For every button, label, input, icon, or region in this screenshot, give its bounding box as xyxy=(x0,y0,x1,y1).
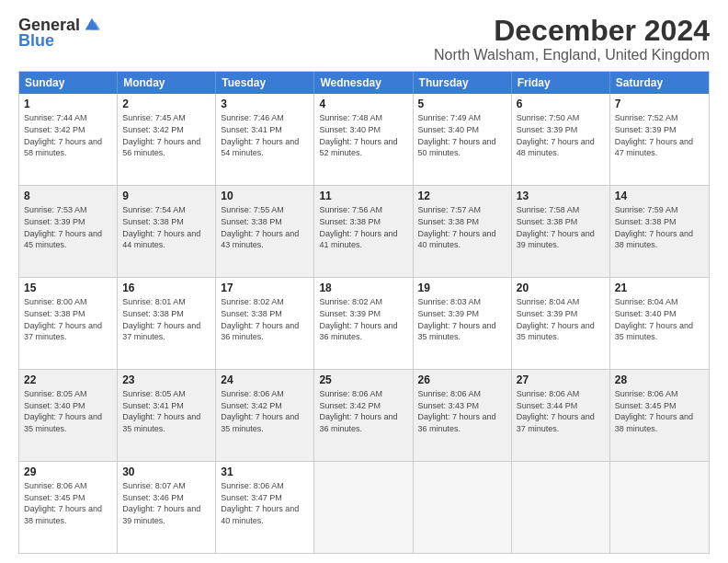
calendar-cell: 30Sunrise: 8:07 AMSunset: 3:46 PMDayligh… xyxy=(118,462,216,553)
cell-info: Sunrise: 7:57 AMSunset: 3:38 PMDaylight:… xyxy=(418,204,506,250)
calendar-cell: 14Sunrise: 7:59 AMSunset: 3:38 PMDayligh… xyxy=(610,186,709,277)
calendar-cell: 21Sunrise: 8:04 AMSunset: 3:40 PMDayligh… xyxy=(610,278,709,369)
calendar-cell: 23Sunrise: 8:05 AMSunset: 3:41 PMDayligh… xyxy=(118,370,216,461)
day-number: 30 xyxy=(122,465,210,479)
day-number: 4 xyxy=(319,97,407,111)
cell-info: Sunrise: 7:50 AMSunset: 3:39 PMDaylight:… xyxy=(517,112,605,158)
day-number: 3 xyxy=(221,97,309,111)
day-number: 2 xyxy=(122,97,210,111)
calendar-cell: 1Sunrise: 7:44 AMSunset: 3:42 PMDaylight… xyxy=(19,94,118,185)
cell-info: Sunrise: 8:02 AMSunset: 3:39 PMDaylight:… xyxy=(319,296,407,342)
logo: General Blue xyxy=(18,15,102,51)
calendar-cell xyxy=(414,462,512,553)
cell-info: Sunrise: 7:56 AMSunset: 3:38 PMDaylight:… xyxy=(319,204,407,250)
cell-info: Sunrise: 8:06 AMSunset: 3:43 PMDaylight:… xyxy=(418,388,506,434)
cell-info: Sunrise: 7:44 AMSunset: 3:42 PMDaylight:… xyxy=(24,112,112,158)
cell-info: Sunrise: 8:02 AMSunset: 3:38 PMDaylight:… xyxy=(221,296,309,342)
day-number: 28 xyxy=(615,373,704,387)
day-number: 8 xyxy=(24,189,112,203)
day-number: 20 xyxy=(517,281,605,295)
cell-info: Sunrise: 7:52 AMSunset: 3:39 PMDaylight:… xyxy=(615,112,704,158)
cell-info: Sunrise: 7:59 AMSunset: 3:38 PMDaylight:… xyxy=(615,204,704,250)
calendar-cell: 31Sunrise: 8:06 AMSunset: 3:47 PMDayligh… xyxy=(216,462,314,553)
calendar-subtitle: North Walsham, England, United Kingdom xyxy=(434,47,710,63)
day-number: 12 xyxy=(418,189,506,203)
cell-info: Sunrise: 7:55 AMSunset: 3:38 PMDaylight:… xyxy=(221,204,309,250)
day-number: 27 xyxy=(517,373,605,387)
day-number: 19 xyxy=(418,281,506,295)
calendar-row-4: 22Sunrise: 8:05 AMSunset: 3:40 PMDayligh… xyxy=(19,369,709,461)
calendar-cell: 28Sunrise: 8:06 AMSunset: 3:45 PMDayligh… xyxy=(610,370,709,461)
page: General Blue December 2024 North Walsham… xyxy=(0,0,728,563)
day-number: 22 xyxy=(24,373,112,387)
cell-info: Sunrise: 8:06 AMSunset: 3:45 PMDaylight:… xyxy=(24,480,112,526)
cell-info: Sunrise: 8:05 AMSunset: 3:40 PMDaylight:… xyxy=(24,388,112,434)
calendar-body: 1Sunrise: 7:44 AMSunset: 3:42 PMDaylight… xyxy=(19,94,709,553)
cell-info: Sunrise: 8:04 AMSunset: 3:40 PMDaylight:… xyxy=(615,296,704,342)
calendar-cell xyxy=(610,462,709,553)
cell-info: Sunrise: 8:06 AMSunset: 3:45 PMDaylight:… xyxy=(615,388,704,434)
cell-info: Sunrise: 8:01 AMSunset: 3:38 PMDaylight:… xyxy=(122,296,210,342)
logo-blue: Blue xyxy=(18,31,54,51)
calendar-cell: 27Sunrise: 8:06 AMSunset: 3:44 PMDayligh… xyxy=(512,370,610,461)
day-number: 13 xyxy=(517,189,605,203)
calendar-row-3: 15Sunrise: 8:00 AMSunset: 3:38 PMDayligh… xyxy=(19,277,709,369)
cell-info: Sunrise: 8:06 AMSunset: 3:42 PMDaylight:… xyxy=(319,388,407,434)
calendar-cell: 2Sunrise: 7:45 AMSunset: 3:42 PMDaylight… xyxy=(118,94,216,185)
day-number: 1 xyxy=(24,97,112,111)
calendar-cell: 18Sunrise: 8:02 AMSunset: 3:39 PMDayligh… xyxy=(314,278,413,369)
logo-icon xyxy=(82,15,102,35)
day-number: 24 xyxy=(221,373,309,387)
calendar-cell: 7Sunrise: 7:52 AMSunset: 3:39 PMDaylight… xyxy=(610,94,709,185)
calendar-cell: 12Sunrise: 7:57 AMSunset: 3:38 PMDayligh… xyxy=(414,186,512,277)
cell-info: Sunrise: 8:05 AMSunset: 3:41 PMDaylight:… xyxy=(122,388,210,434)
cell-info: Sunrise: 7:48 AMSunset: 3:40 PMDaylight:… xyxy=(319,112,407,158)
calendar-row-2: 8Sunrise: 7:53 AMSunset: 3:39 PMDaylight… xyxy=(19,185,709,277)
header: General Blue December 2024 North Walsham… xyxy=(18,15,710,63)
header-cell-thursday: Thursday xyxy=(414,72,512,94)
calendar: SundayMondayTuesdayWednesdayThursdayFrid… xyxy=(18,71,710,554)
cell-info: Sunrise: 7:49 AMSunset: 3:40 PMDaylight:… xyxy=(418,112,506,158)
calendar-cell: 17Sunrise: 8:02 AMSunset: 3:38 PMDayligh… xyxy=(216,278,314,369)
day-number: 17 xyxy=(221,281,309,295)
day-number: 9 xyxy=(122,189,210,203)
calendar-cell xyxy=(512,462,610,553)
calendar-cell: 26Sunrise: 8:06 AMSunset: 3:43 PMDayligh… xyxy=(414,370,512,461)
day-number: 23 xyxy=(122,373,210,387)
day-number: 7 xyxy=(615,97,704,111)
day-number: 6 xyxy=(517,97,605,111)
cell-info: Sunrise: 7:45 AMSunset: 3:42 PMDaylight:… xyxy=(122,112,210,158)
calendar-cell: 24Sunrise: 8:06 AMSunset: 3:42 PMDayligh… xyxy=(216,370,314,461)
calendar-cell: 9Sunrise: 7:54 AMSunset: 3:38 PMDaylight… xyxy=(118,186,216,277)
cell-info: Sunrise: 7:54 AMSunset: 3:38 PMDaylight:… xyxy=(122,204,210,250)
calendar-cell: 10Sunrise: 7:55 AMSunset: 3:38 PMDayligh… xyxy=(216,186,314,277)
header-cell-monday: Monday xyxy=(118,72,216,94)
calendar-cell: 5Sunrise: 7:49 AMSunset: 3:40 PMDaylight… xyxy=(414,94,512,185)
title-block: December 2024 North Walsham, England, Un… xyxy=(434,15,710,63)
day-number: 21 xyxy=(615,281,704,295)
header-cell-sunday: Sunday xyxy=(19,72,118,94)
calendar-cell: 4Sunrise: 7:48 AMSunset: 3:40 PMDaylight… xyxy=(314,94,413,185)
day-number: 18 xyxy=(319,281,407,295)
day-number: 16 xyxy=(122,281,210,295)
calendar-cell: 15Sunrise: 8:00 AMSunset: 3:38 PMDayligh… xyxy=(19,278,118,369)
calendar-cell: 16Sunrise: 8:01 AMSunset: 3:38 PMDayligh… xyxy=(118,278,216,369)
calendar-header: SundayMondayTuesdayWednesdayThursdayFrid… xyxy=(19,72,709,94)
calendar-cell: 11Sunrise: 7:56 AMSunset: 3:38 PMDayligh… xyxy=(314,186,413,277)
calendar-cell: 29Sunrise: 8:06 AMSunset: 3:45 PMDayligh… xyxy=(19,462,118,553)
day-number: 29 xyxy=(24,465,112,479)
day-number: 15 xyxy=(24,281,112,295)
cell-info: Sunrise: 8:06 AMSunset: 3:42 PMDaylight:… xyxy=(221,388,309,434)
cell-info: Sunrise: 8:04 AMSunset: 3:39 PMDaylight:… xyxy=(517,296,605,342)
day-number: 11 xyxy=(319,189,407,203)
cell-info: Sunrise: 7:58 AMSunset: 3:38 PMDaylight:… xyxy=(517,204,605,250)
calendar-cell: 8Sunrise: 7:53 AMSunset: 3:39 PMDaylight… xyxy=(19,186,118,277)
day-number: 25 xyxy=(319,373,407,387)
cell-info: Sunrise: 8:03 AMSunset: 3:39 PMDaylight:… xyxy=(418,296,506,342)
calendar-cell: 22Sunrise: 8:05 AMSunset: 3:40 PMDayligh… xyxy=(19,370,118,461)
day-number: 14 xyxy=(615,189,704,203)
day-number: 26 xyxy=(418,373,506,387)
header-cell-tuesday: Tuesday xyxy=(216,72,314,94)
header-cell-saturday: Saturday xyxy=(610,72,709,94)
cell-info: Sunrise: 8:00 AMSunset: 3:38 PMDaylight:… xyxy=(24,296,112,342)
